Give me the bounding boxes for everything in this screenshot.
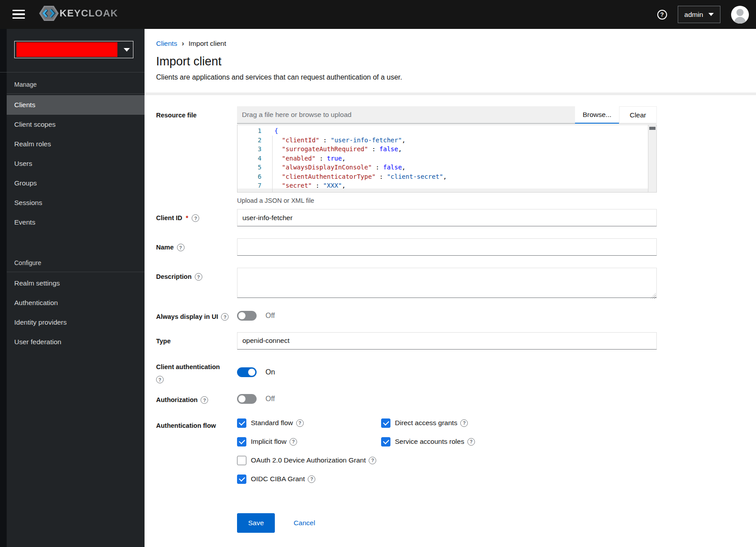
help-icon[interactable] <box>201 396 208 404</box>
checkbox-service-accounts-roles[interactable]: Service accounts roles <box>381 437 657 446</box>
sidebar-item-realm-settings[interactable]: Realm settings <box>3 274 145 293</box>
always-display-state: Off <box>265 312 275 320</box>
indent-guide <box>272 136 273 192</box>
client-id-label: Client ID* <box>156 209 237 226</box>
help-icon[interactable] <box>369 457 376 464</box>
always-display-toggle[interactable] <box>237 311 257 321</box>
help-icon[interactable] <box>221 313 229 321</box>
top-bar: KEYCLOAK admin <box>0 0 756 29</box>
sidebar-item-sessions[interactable]: Sessions <box>3 193 145 213</box>
authorization-toggle[interactable] <box>237 394 257 404</box>
authorization-label: Authorization <box>156 391 237 405</box>
type-label: Type <box>156 332 237 350</box>
nav-list-manage: Clients Client scopes Realm roles Users … <box>3 94 145 232</box>
help-icon[interactable] <box>177 244 185 251</box>
chevron-down-icon <box>708 13 714 16</box>
description-label: Description <box>156 268 237 300</box>
breadcrumb-clients-link[interactable]: Clients <box>156 40 177 48</box>
realm-selector[interactable] <box>14 41 133 58</box>
import-client-form: Resource file Drag a file here or browse… <box>145 95 756 533</box>
clear-button[interactable]: Clear <box>619 106 657 124</box>
hamburger-menu-icon[interactable] <box>12 8 27 21</box>
file-dropzone[interactable]: Drag a file here or browse to upload <box>237 106 575 124</box>
name-label: Name <box>156 238 237 256</box>
sidebar-item-events[interactable]: Events <box>3 213 145 232</box>
brand-text: KEYCLOAK <box>60 8 118 19</box>
sidebar-item-users[interactable]: Users <box>3 154 145 173</box>
realm-name-redacted <box>16 42 117 57</box>
page-header: Clients › Import client Import client Cl… <box>145 29 756 81</box>
help-icon[interactable] <box>192 214 199 222</box>
client-authentication-toggle[interactable] <box>237 367 257 377</box>
sidebar: Manage Clients Client scopes Realm roles… <box>0 29 145 547</box>
checkbox-icon <box>381 437 390 446</box>
description-textarea[interactable] <box>237 268 657 298</box>
chevron-right-icon: › <box>181 40 184 47</box>
sidebar-item-groups[interactable]: Groups <box>3 173 145 193</box>
save-button[interactable]: Save <box>237 513 275 533</box>
help-icon[interactable] <box>657 10 667 20</box>
checkbox-standard-flow[interactable]: Standard flow <box>237 418 381 428</box>
client-authentication-label: Client authentication <box>156 358 237 384</box>
nav-section-title-configure: Configure <box>0 251 145 272</box>
resource-file-label: Resource file <box>156 106 237 204</box>
sidebar-item-realm-roles[interactable]: Realm roles <box>3 134 145 154</box>
cancel-button[interactable]: Cancel <box>294 519 315 527</box>
authorization-state: Off <box>265 395 275 403</box>
checkbox-direct-access-grants[interactable]: Direct access grants <box>381 418 657 428</box>
avatar[interactable] <box>731 6 749 24</box>
keycloak-logo: KEYCLOAK <box>39 4 118 22</box>
help-icon[interactable] <box>296 419 304 427</box>
authentication-flow-options: Standard flow Direct access grants Impli… <box>237 417 657 484</box>
help-icon[interactable] <box>308 475 315 483</box>
help-icon[interactable] <box>460 419 468 427</box>
checkbox-icon <box>381 418 390 428</box>
checkbox-icon <box>237 437 246 446</box>
checkbox-icon <box>237 475 246 484</box>
help-icon[interactable] <box>467 438 475 446</box>
nav-list-configure: Realm settings Authentication Identity p… <box>3 272 145 352</box>
upload-hint: Upload a JSON or XML file <box>237 197 657 204</box>
user-menu-label: admin <box>684 11 703 19</box>
checkbox-icon <box>237 418 246 428</box>
help-icon[interactable] <box>195 273 202 281</box>
main-content: Clients › Import client Import client Cl… <box>145 29 756 533</box>
sidebar-item-authentication[interactable]: Authentication <box>3 293 145 313</box>
chevron-down-icon <box>124 48 130 52</box>
name-input[interactable] <box>237 238 657 256</box>
breadcrumb: Clients › Import client <box>156 40 657 48</box>
sidebar-item-client-scopes[interactable]: Client scopes <box>3 115 145 134</box>
user-menu-dropdown[interactable]: admin <box>678 6 720 23</box>
nav-section-title-manage: Manage <box>0 72 145 93</box>
always-display-label: Always display in UI <box>156 308 237 322</box>
realm-selector-area <box>0 29 145 72</box>
editor-scrollbar-thumb[interactable] <box>649 127 655 130</box>
sidebar-item-user-federation[interactable]: User federation <box>3 332 145 352</box>
required-asterisk: * <box>186 214 189 223</box>
sidebar-item-clients[interactable]: Clients <box>3 95 145 115</box>
page-title: Import client <box>156 55 657 68</box>
client-id-input[interactable] <box>237 209 657 226</box>
checkbox-icon <box>237 456 246 465</box>
code-editor-lines: 1{2 "clientId" : "user-info-fetcher",3 "… <box>237 125 648 189</box>
checkbox-oidc-ciba-grant[interactable]: OIDC CIBA Grant <box>237 475 657 484</box>
type-input[interactable] <box>237 332 657 350</box>
browse-button[interactable]: Browse... <box>575 106 619 124</box>
editor-scrollbar[interactable] <box>648 125 656 192</box>
checkbox-implicit-flow[interactable]: Implicit flow <box>237 437 381 446</box>
sidebar-item-identity-providers[interactable]: Identity providers <box>3 313 145 332</box>
page-subtitle: Clients are applications and services th… <box>156 73 657 81</box>
client-authentication-state: On <box>265 368 275 376</box>
keycloak-hexagon-icon <box>39 4 59 22</box>
checkbox-oauth-device-grant[interactable]: OAuth 2.0 Device Authorization Grant <box>237 456 657 465</box>
breadcrumb-current: Import client <box>189 40 226 48</box>
code-editor[interactable]: 1{2 "clientId" : "user-info-fetcher",3 "… <box>237 125 657 193</box>
help-icon[interactable] <box>290 438 297 446</box>
help-icon[interactable] <box>156 376 164 383</box>
authentication-flow-label: Authentication flow <box>156 417 237 484</box>
